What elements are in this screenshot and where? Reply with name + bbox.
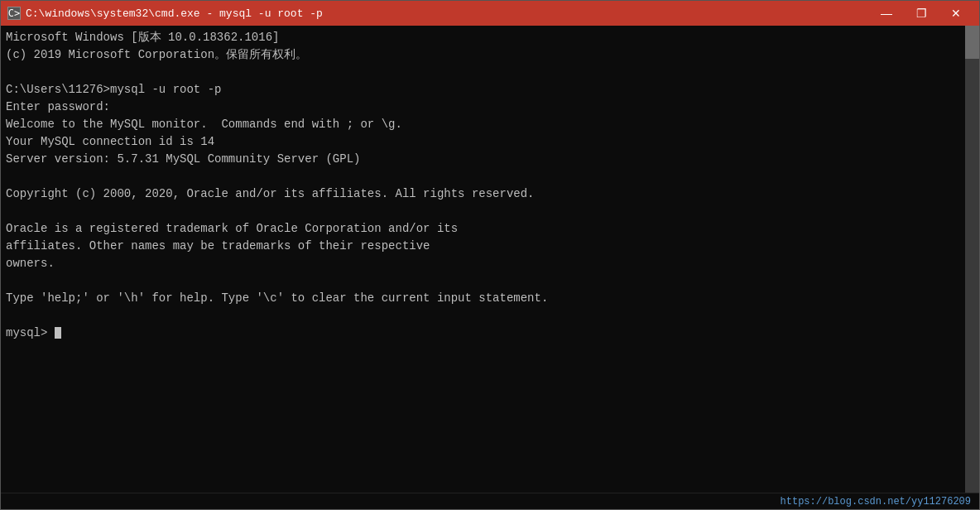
terminal-line xyxy=(6,203,958,220)
terminal-line: Welcome to the MySQL monitor. Commands e… xyxy=(6,116,958,133)
cmd-icon: C> xyxy=(7,7,21,20)
terminal-content: Microsoft Windows [版本 10.0.18362.1016](c… xyxy=(6,29,974,342)
footer-link: https://blog.csdn.net/yy11276209 xyxy=(781,496,971,508)
terminal-line xyxy=(6,307,958,325)
terminal-line: Microsoft Windows [版本 10.0.18362.1016] xyxy=(6,29,958,46)
terminal-body[interactable]: Microsoft Windows [版本 10.0.18362.1016](c… xyxy=(1,26,979,493)
terminal-line: Oracle is a registered trademark of Orac… xyxy=(6,220,958,238)
scrollbar[interactable] xyxy=(965,26,979,493)
terminal-line: Enter password: xyxy=(6,99,958,116)
maximize-button[interactable]: ❐ xyxy=(905,4,938,22)
terminal-cursor xyxy=(55,327,61,339)
terminal-line: owners. xyxy=(6,255,958,272)
scrollbar-thumb[interactable] xyxy=(965,26,979,59)
terminal-line: Server version: 5.7.31 MySQL Community S… xyxy=(6,151,958,168)
close-button[interactable]: ✕ xyxy=(939,4,973,22)
terminal-line: Your MySQL connection id is 14 xyxy=(6,133,958,151)
window-controls: — ❐ ✕ xyxy=(870,4,973,22)
terminal-line xyxy=(6,64,958,81)
terminal-prompt[interactable]: mysql> xyxy=(6,325,958,342)
window: C> C:\windows\system32\cmd.exe - mysql -… xyxy=(0,0,980,510)
terminal-line xyxy=(6,272,958,290)
terminal-line: affiliates. Other names may be trademark… xyxy=(6,238,958,255)
terminal-line: (c) 2019 Microsoft Corporation。保留所有权利。 xyxy=(6,46,958,64)
titlebar: C> C:\windows\system32\cmd.exe - mysql -… xyxy=(1,1,979,26)
footer-bar: https://blog.csdn.net/yy11276209 xyxy=(1,493,979,509)
window-title: C:\windows\system32\cmd.exe - mysql -u r… xyxy=(26,7,870,20)
terminal-line xyxy=(6,168,958,185)
terminal-line: Copyright (c) 2000, 2020, Oracle and/or … xyxy=(6,185,958,203)
terminal-line: C:\Users\11276>mysql -u root -p xyxy=(6,81,958,99)
terminal-line: Type 'help;' or '\h' for help. Type '\c'… xyxy=(6,290,958,307)
minimize-button[interactable]: — xyxy=(870,4,903,22)
